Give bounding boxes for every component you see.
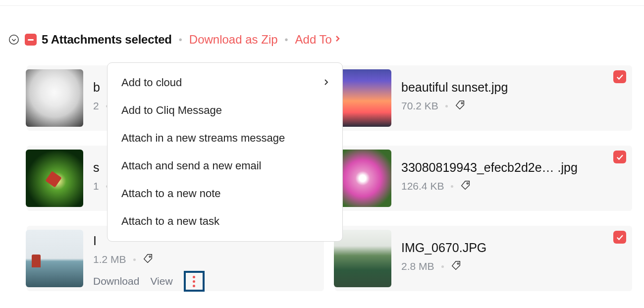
tag-icon[interactable]: [455, 100, 466, 112]
attachment-size: 2.8 MB: [401, 260, 434, 272]
selection-header: 5 Attachments selected • Download as Zip…: [8, 33, 341, 47]
top-divider: [0, 5, 644, 6]
attachment-filename: IMG_0670.JPG: [401, 241, 632, 255]
dot-separator: •: [283, 34, 290, 46]
attachment-item[interactable]: IMG_0670.JPG2.8 MB: [335, 226, 632, 291]
dot-separator: [441, 265, 444, 268]
menu-item[interactable]: Attach to a new note: [107, 180, 342, 207]
attachment-size: 126.4 KB: [401, 180, 444, 192]
attachment-thumbnail[interactable]: [26, 230, 83, 287]
tag-icon[interactable]: [451, 260, 462, 273]
attachment-item[interactable]: 33080819943_efecb2d2e… .jpg126.4 KB: [335, 146, 632, 211]
view-link[interactable]: View: [150, 275, 172, 287]
selection-checkbox[interactable]: [613, 151, 626, 163]
tag-icon[interactable]: [143, 253, 154, 266]
attachment-size: 2: [93, 100, 99, 112]
dot-separator: [451, 185, 453, 188]
menu-item[interactable]: Attach in a new streams message: [107, 124, 342, 152]
attachment-size: 1: [93, 180, 99, 192]
add-to-menu-trigger[interactable]: Add To: [295, 33, 341, 47]
svg-point-6: [457, 263, 459, 264]
selection-checkbox[interactable]: [613, 231, 626, 244]
chevron-right-icon: [335, 34, 341, 45]
attachment-subline: 126.4 KB: [401, 180, 632, 193]
attachment-item[interactable]: beautiful sunset.jpg70.2 KB: [335, 65, 632, 131]
collapse-toggle[interactable]: [8, 34, 20, 46]
menu-item-label: Add to cloud: [121, 76, 182, 89]
attachment-meta: IMG_0670.JPG2.8 MB: [401, 226, 632, 273]
menu-item-label: Attach in a new streams message: [121, 132, 285, 145]
attachment-filename: 33080819943_efecb2d2e… .jpg: [401, 160, 632, 175]
chevron-right-icon: [323, 76, 328, 89]
dot-separator: •: [177, 34, 184, 46]
attachment-subline: 70.2 KB: [401, 100, 632, 112]
bulk-select-checkbox[interactable]: [25, 34, 37, 46]
menu-item-label: Add to Cliq Message: [121, 104, 222, 117]
attachment-meta: 33080819943_efecb2d2e… .jpg126.4 KB: [401, 146, 632, 193]
item-actions: DownloadView: [93, 271, 324, 292]
attachment-thumbnail[interactable]: [26, 150, 83, 207]
download-link[interactable]: Download: [93, 275, 139, 287]
menu-item-label: Attach to a new task: [121, 215, 219, 228]
menu-item[interactable]: Add to cloud: [107, 69, 342, 97]
download-zip-link[interactable]: Download as Zip: [189, 33, 278, 47]
more-actions-button[interactable]: [184, 271, 205, 292]
selection-checkbox[interactable]: [613, 70, 626, 83]
svg-point-2: [461, 103, 463, 104]
attachment-thumbnail[interactable]: [26, 69, 83, 127]
menu-item-label: Attach and send a new email: [121, 159, 262, 172]
attachment-size: 70.2 KB: [401, 100, 438, 112]
more-actions-menu: Add to cloudAdd to Cliq MessageAttach in…: [107, 62, 343, 242]
tag-icon[interactable]: [460, 180, 471, 193]
attachment-size: 1.2 MB: [93, 254, 126, 265]
svg-point-4: [467, 183, 469, 184]
selection-count-label: 5 Attachments selected: [42, 33, 172, 47]
dot-separator: [445, 105, 448, 107]
menu-item[interactable]: Attach and send a new email: [107, 152, 342, 180]
menu-item[interactable]: Attach to a new task: [107, 207, 342, 235]
svg-point-0: [9, 35, 18, 44]
attachment-subline: 1.2 MB: [93, 253, 324, 266]
attachment-subline: 2.8 MB: [401, 260, 632, 273]
menu-item-label: Attach to a new note: [121, 187, 221, 200]
menu-item[interactable]: Add to Cliq Message: [107, 97, 342, 124]
attachment-meta: beautiful sunset.jpg70.2 KB: [401, 65, 632, 112]
add-to-label: Add To: [295, 33, 332, 47]
svg-point-5: [149, 256, 151, 257]
dot-separator: [133, 258, 136, 261]
attachment-filename: beautiful sunset.jpg: [401, 80, 632, 95]
